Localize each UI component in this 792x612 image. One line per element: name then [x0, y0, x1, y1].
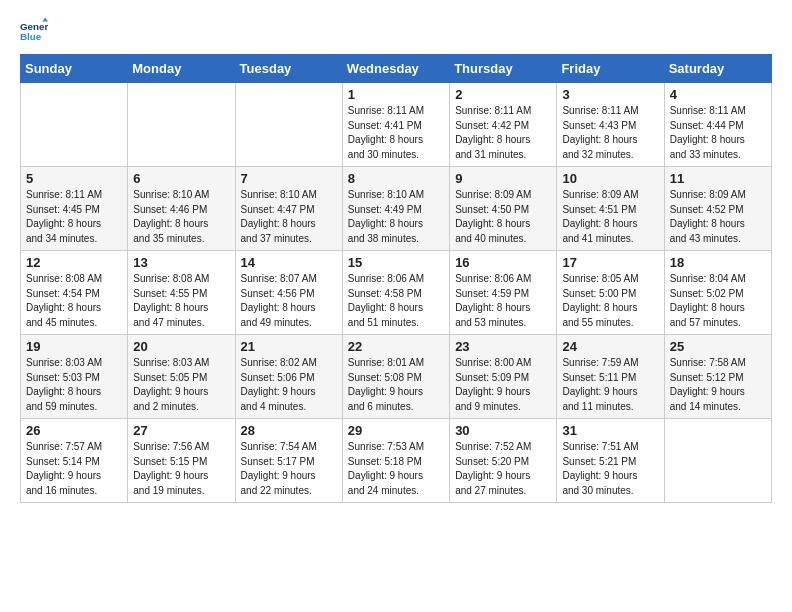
calendar-cell: 12Sunrise: 8:08 AMSunset: 4:54 PMDayligh…	[21, 251, 128, 335]
calendar-cell	[664, 419, 771, 503]
calendar-cell: 17Sunrise: 8:05 AMSunset: 5:00 PMDayligh…	[557, 251, 664, 335]
day-info: Sunrise: 7:52 AMSunset: 5:20 PMDaylight:…	[455, 440, 551, 498]
calendar-week-row: 12Sunrise: 8:08 AMSunset: 4:54 PMDayligh…	[21, 251, 772, 335]
day-info: Sunrise: 8:09 AMSunset: 4:50 PMDaylight:…	[455, 188, 551, 246]
day-number: 13	[133, 255, 229, 270]
calendar-header-friday: Friday	[557, 55, 664, 83]
calendar-header-wednesday: Wednesday	[342, 55, 449, 83]
day-info: Sunrise: 8:10 AMSunset: 4:49 PMDaylight:…	[348, 188, 444, 246]
day-info: Sunrise: 8:11 AMSunset: 4:42 PMDaylight:…	[455, 104, 551, 162]
calendar-cell: 4Sunrise: 8:11 AMSunset: 4:44 PMDaylight…	[664, 83, 771, 167]
day-number: 19	[26, 339, 122, 354]
day-info: Sunrise: 7:58 AMSunset: 5:12 PMDaylight:…	[670, 356, 766, 414]
day-number: 2	[455, 87, 551, 102]
day-info: Sunrise: 8:11 AMSunset: 4:44 PMDaylight:…	[670, 104, 766, 162]
day-info: Sunrise: 8:10 AMSunset: 4:47 PMDaylight:…	[241, 188, 337, 246]
calendar-cell: 24Sunrise: 7:59 AMSunset: 5:11 PMDayligh…	[557, 335, 664, 419]
calendar-cell: 1Sunrise: 8:11 AMSunset: 4:41 PMDaylight…	[342, 83, 449, 167]
calendar-week-row: 19Sunrise: 8:03 AMSunset: 5:03 PMDayligh…	[21, 335, 772, 419]
calendar-cell: 30Sunrise: 7:52 AMSunset: 5:20 PMDayligh…	[450, 419, 557, 503]
day-info: Sunrise: 8:03 AMSunset: 5:05 PMDaylight:…	[133, 356, 229, 414]
day-info: Sunrise: 8:11 AMSunset: 4:43 PMDaylight:…	[562, 104, 658, 162]
day-number: 16	[455, 255, 551, 270]
day-number: 20	[133, 339, 229, 354]
calendar-cell: 5Sunrise: 8:11 AMSunset: 4:45 PMDaylight…	[21, 167, 128, 251]
day-info: Sunrise: 7:57 AMSunset: 5:14 PMDaylight:…	[26, 440, 122, 498]
day-info: Sunrise: 8:02 AMSunset: 5:06 PMDaylight:…	[241, 356, 337, 414]
calendar-cell: 23Sunrise: 8:00 AMSunset: 5:09 PMDayligh…	[450, 335, 557, 419]
calendar-cell: 14Sunrise: 8:07 AMSunset: 4:56 PMDayligh…	[235, 251, 342, 335]
day-info: Sunrise: 8:08 AMSunset: 4:55 PMDaylight:…	[133, 272, 229, 330]
day-number: 18	[670, 255, 766, 270]
calendar-cell	[21, 83, 128, 167]
day-info: Sunrise: 8:01 AMSunset: 5:08 PMDaylight:…	[348, 356, 444, 414]
day-info: Sunrise: 8:09 AMSunset: 4:51 PMDaylight:…	[562, 188, 658, 246]
calendar-header-thursday: Thursday	[450, 55, 557, 83]
calendar-header-saturday: Saturday	[664, 55, 771, 83]
calendar-week-row: 26Sunrise: 7:57 AMSunset: 5:14 PMDayligh…	[21, 419, 772, 503]
calendar-cell: 20Sunrise: 8:03 AMSunset: 5:05 PMDayligh…	[128, 335, 235, 419]
day-number: 9	[455, 171, 551, 186]
day-info: Sunrise: 8:04 AMSunset: 5:02 PMDaylight:…	[670, 272, 766, 330]
calendar-cell: 9Sunrise: 8:09 AMSunset: 4:50 PMDaylight…	[450, 167, 557, 251]
calendar-cell: 6Sunrise: 8:10 AMSunset: 4:46 PMDaylight…	[128, 167, 235, 251]
day-number: 30	[455, 423, 551, 438]
day-info: Sunrise: 8:11 AMSunset: 4:41 PMDaylight:…	[348, 104, 444, 162]
day-number: 3	[562, 87, 658, 102]
calendar-cell: 10Sunrise: 8:09 AMSunset: 4:51 PMDayligh…	[557, 167, 664, 251]
day-info: Sunrise: 8:05 AMSunset: 5:00 PMDaylight:…	[562, 272, 658, 330]
calendar-cell: 19Sunrise: 8:03 AMSunset: 5:03 PMDayligh…	[21, 335, 128, 419]
day-number: 14	[241, 255, 337, 270]
calendar-cell: 7Sunrise: 8:10 AMSunset: 4:47 PMDaylight…	[235, 167, 342, 251]
day-number: 29	[348, 423, 444, 438]
day-info: Sunrise: 8:03 AMSunset: 5:03 PMDaylight:…	[26, 356, 122, 414]
day-number: 8	[348, 171, 444, 186]
day-info: Sunrise: 8:08 AMSunset: 4:54 PMDaylight:…	[26, 272, 122, 330]
day-info: Sunrise: 8:00 AMSunset: 5:09 PMDaylight:…	[455, 356, 551, 414]
day-number: 17	[562, 255, 658, 270]
calendar-cell: 16Sunrise: 8:06 AMSunset: 4:59 PMDayligh…	[450, 251, 557, 335]
day-number: 5	[26, 171, 122, 186]
day-number: 1	[348, 87, 444, 102]
calendar-cell: 21Sunrise: 8:02 AMSunset: 5:06 PMDayligh…	[235, 335, 342, 419]
calendar-header-row: SundayMondayTuesdayWednesdayThursdayFrid…	[21, 55, 772, 83]
day-info: Sunrise: 8:09 AMSunset: 4:52 PMDaylight:…	[670, 188, 766, 246]
day-info: Sunrise: 8:06 AMSunset: 4:59 PMDaylight:…	[455, 272, 551, 330]
calendar-cell: 8Sunrise: 8:10 AMSunset: 4:49 PMDaylight…	[342, 167, 449, 251]
day-info: Sunrise: 8:10 AMSunset: 4:46 PMDaylight:…	[133, 188, 229, 246]
calendar-week-row: 5Sunrise: 8:11 AMSunset: 4:45 PMDaylight…	[21, 167, 772, 251]
day-number: 11	[670, 171, 766, 186]
day-number: 25	[670, 339, 766, 354]
calendar-cell: 13Sunrise: 8:08 AMSunset: 4:55 PMDayligh…	[128, 251, 235, 335]
calendar-header-tuesday: Tuesday	[235, 55, 342, 83]
calendar-cell: 29Sunrise: 7:53 AMSunset: 5:18 PMDayligh…	[342, 419, 449, 503]
calendar-cell: 3Sunrise: 8:11 AMSunset: 4:43 PMDaylight…	[557, 83, 664, 167]
logo: General Blue	[20, 16, 50, 44]
page: General Blue SundayMondayTuesdayWednesda…	[0, 0, 792, 519]
day-number: 12	[26, 255, 122, 270]
svg-text:Blue: Blue	[20, 31, 42, 42]
calendar-cell	[235, 83, 342, 167]
day-info: Sunrise: 8:11 AMSunset: 4:45 PMDaylight:…	[26, 188, 122, 246]
calendar-cell: 2Sunrise: 8:11 AMSunset: 4:42 PMDaylight…	[450, 83, 557, 167]
day-number: 23	[455, 339, 551, 354]
day-info: Sunrise: 7:51 AMSunset: 5:21 PMDaylight:…	[562, 440, 658, 498]
day-number: 15	[348, 255, 444, 270]
header: General Blue	[20, 16, 772, 44]
calendar-cell: 26Sunrise: 7:57 AMSunset: 5:14 PMDayligh…	[21, 419, 128, 503]
calendar-table: SundayMondayTuesdayWednesdayThursdayFrid…	[20, 54, 772, 503]
day-number: 4	[670, 87, 766, 102]
calendar-cell	[128, 83, 235, 167]
day-number: 6	[133, 171, 229, 186]
calendar-cell: 22Sunrise: 8:01 AMSunset: 5:08 PMDayligh…	[342, 335, 449, 419]
day-info: Sunrise: 7:59 AMSunset: 5:11 PMDaylight:…	[562, 356, 658, 414]
logo-icon: General Blue	[20, 16, 48, 44]
day-info: Sunrise: 8:06 AMSunset: 4:58 PMDaylight:…	[348, 272, 444, 330]
calendar-cell: 15Sunrise: 8:06 AMSunset: 4:58 PMDayligh…	[342, 251, 449, 335]
day-info: Sunrise: 7:53 AMSunset: 5:18 PMDaylight:…	[348, 440, 444, 498]
calendar-cell: 28Sunrise: 7:54 AMSunset: 5:17 PMDayligh…	[235, 419, 342, 503]
day-number: 27	[133, 423, 229, 438]
day-info: Sunrise: 7:56 AMSunset: 5:15 PMDaylight:…	[133, 440, 229, 498]
day-number: 10	[562, 171, 658, 186]
day-number: 24	[562, 339, 658, 354]
